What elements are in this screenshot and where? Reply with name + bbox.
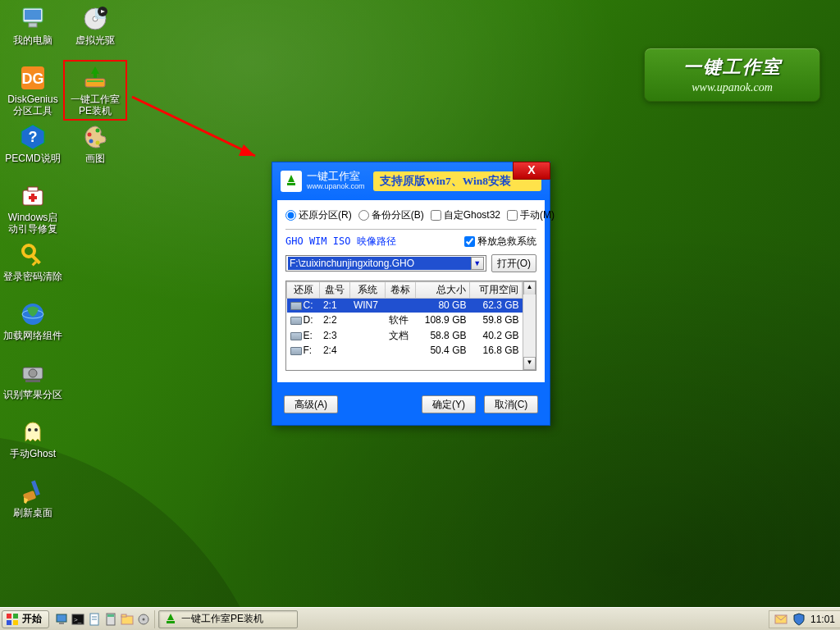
tray-clock[interactable]: 11:01 [810, 614, 835, 625]
svg-point-20 [34, 428, 38, 431]
image-path-label: GHO WIM ISO 映像路径 [285, 235, 396, 249]
tray-mail-icon[interactable] [774, 613, 788, 626]
desktop-icon-help[interactable]: ?PECMD说明 [2, 120, 64, 179]
svg-rect-39 [7, 614, 11, 619]
radio-backup[interactable]: 备份分区(B) [358, 208, 424, 222]
ql-cmd-icon[interactable]: >_ [71, 612, 85, 627]
icon-label: 我的电脑 [13, 34, 52, 46]
grid-header[interactable]: 系统 [350, 282, 386, 299]
computer-icon [19, 5, 47, 33]
svg-rect-40 [13, 614, 18, 619]
desktop-icon-earth[interactable]: 加载网络组件 [2, 297, 64, 356]
svg-rect-2 [29, 23, 37, 27]
system-tray: 11:01 [769, 610, 840, 628]
help-icon: ? [19, 123, 47, 151]
desktop: 我的电脑DGDiskGenius分区工具?PECMD说明Windows启动引导修… [0, 0, 840, 630]
check-manual[interactable]: 手动(M) [507, 208, 555, 222]
svg-point-33 [96, 129, 100, 133]
open-button[interactable]: 打开(O) [491, 254, 536, 272]
svg-rect-41 [7, 620, 11, 625]
svg-rect-51 [107, 614, 114, 617]
earth-icon [19, 300, 47, 328]
svg-marker-56 [167, 614, 174, 620]
cancel-button[interactable]: 取消(C) [484, 395, 538, 413]
desktop-icon-computer[interactable]: 我的电脑 [2, 2, 64, 61]
dialog-footer: 高级(A) 确定(Y) 取消(C) [272, 387, 550, 425]
desktop-icon-firstaid[interactable]: Windows启动引导修复 [2, 179, 64, 238]
grid-header[interactable]: 卷标 [386, 282, 416, 299]
icon-label: 识别苹果分区 [3, 389, 62, 400]
drive-icon [290, 302, 302, 310]
svg-text:?: ? [29, 129, 38, 145]
firstaid-icon [19, 182, 47, 210]
advanced-button[interactable]: 高级(A) [284, 395, 338, 413]
grid-header[interactable]: 还原 [287, 282, 320, 299]
ql-calc-icon[interactable] [103, 612, 118, 627]
ql-disk-icon[interactable] [136, 612, 151, 627]
svg-marker-37 [288, 175, 294, 182]
partition-row[interactable]: E:2:3文档58.8 GB40.2 GB [287, 328, 523, 344]
svg-point-19 [28, 428, 31, 431]
desktop-icon-hdd[interactable]: 识别苹果分区 [2, 356, 64, 415]
combo-dropdown-icon[interactable]: ▼ [471, 257, 484, 270]
start-button[interactable]: 开始 [2, 610, 49, 628]
partition-row[interactable]: C:2:1WIN780 GB62.3 GB [287, 299, 523, 313]
check-rescue[interactable]: 释放急救系统 [464, 235, 536, 249]
ql-computer-icon[interactable] [54, 612, 69, 627]
logo-badge-icon [281, 171, 302, 192]
radio-restore[interactable]: 还原分区(R) [285, 208, 352, 222]
tray-shield-icon[interactable] [792, 613, 806, 626]
partition-row[interactable]: D:2:2软件108.9 GB59.8 GB [287, 313, 523, 328]
icon-label: 刷新桌面 [13, 507, 52, 518]
svg-rect-42 [13, 620, 18, 625]
grid-header[interactable]: 盘号 [320, 282, 350, 299]
desktop-icon-brush[interactable]: 刷新桌面 [2, 474, 64, 533]
svg-point-32 [89, 139, 94, 144]
mode-row: 还原分区(R) 备份分区(B) 自定Ghost32 手动(M) [285, 208, 536, 222]
drive-icon [290, 347, 302, 355]
watermark-title: 一键工作室 [645, 55, 819, 80]
watermark-url: www.upanok.com [645, 81, 819, 94]
svg-point-17 [29, 369, 37, 377]
icon-label: 一键工作室PE装机 [66, 94, 125, 116]
desktop-icon-ghost[interactable]: 手动Ghost [2, 415, 64, 474]
icon-label: 加载网络组件 [3, 330, 62, 341]
svg-text:>_: >_ [74, 616, 82, 623]
scroll-down-icon[interactable]: ▼ [523, 357, 536, 370]
desktop-icons: 我的电脑DGDiskGenius分区工具?PECMD说明Windows启动引导修… [2, 2, 126, 533]
dialog-body: 还原分区(R) 备份分区(B) 自定Ghost32 手动(M) GHO WIM … [277, 200, 545, 382]
svg-rect-43 [57, 614, 66, 622]
brush-icon [19, 477, 47, 505]
scroll-up-icon[interactable]: ▲ [523, 281, 536, 294]
dg-icon: DG [19, 64, 47, 92]
image-path-combo[interactable]: F:\zuixinchunjingxitong.GHO ▼ [285, 255, 486, 272]
image-path-value: F:\zuixinchunjingxitong.GHO [288, 257, 471, 270]
taskbar-app-label: 一键工作室PE装机 [181, 612, 263, 626]
installer-icon [81, 64, 109, 92]
taskbar: 开始 >_ 一键工作室PE装机 11:01 [0, 607, 840, 630]
desktop-icon-key[interactable]: 登录密码清除 [2, 238, 64, 297]
taskbar-app-button[interactable]: 一键工作室PE装机 [158, 610, 298, 628]
icon-label: 虚拟光驱 [75, 34, 115, 46]
desktop-icon-palette[interactable]: 画图 [64, 120, 126, 179]
grid-header[interactable]: 可用空间 [469, 282, 522, 299]
ql-explorer-icon[interactable] [120, 612, 135, 627]
partition-row[interactable]: F:2:450.4 GB16.8 GB [287, 344, 523, 358]
separator [285, 229, 536, 230]
grid-header[interactable]: 总大小 [416, 282, 470, 299]
ql-notepad-icon[interactable] [87, 612, 102, 627]
check-custom-ghost[interactable]: 自定Ghost32 [431, 208, 500, 222]
desktop-icon-dg[interactable]: DGDiskGenius分区工具 [2, 61, 64, 120]
dialog-header: 一键工作室 www.upanok.com 支持原版Win7、Win8安装 [272, 162, 550, 200]
partition-grid[interactable]: 还原盘号系统卷标总大小可用空间 C:2:1WIN780 GB62.3 GBD:2… [285, 281, 536, 371]
start-label: 开始 [22, 612, 42, 626]
ok-button[interactable]: 确定(Y) [422, 395, 476, 413]
desktop-icon-cd[interactable]: 虚拟光驱 [64, 2, 126, 61]
svg-rect-18 [25, 380, 40, 382]
desktop-icon-installer[interactable]: 一键工作室PE装机 [64, 61, 126, 120]
svg-point-55 [143, 618, 145, 620]
svg-marker-36 [239, 144, 255, 156]
close-button[interactable]: X [513, 162, 550, 180]
hdd-icon [19, 359, 47, 387]
grid-scrollbar[interactable]: ▲ ▼ [523, 281, 536, 370]
